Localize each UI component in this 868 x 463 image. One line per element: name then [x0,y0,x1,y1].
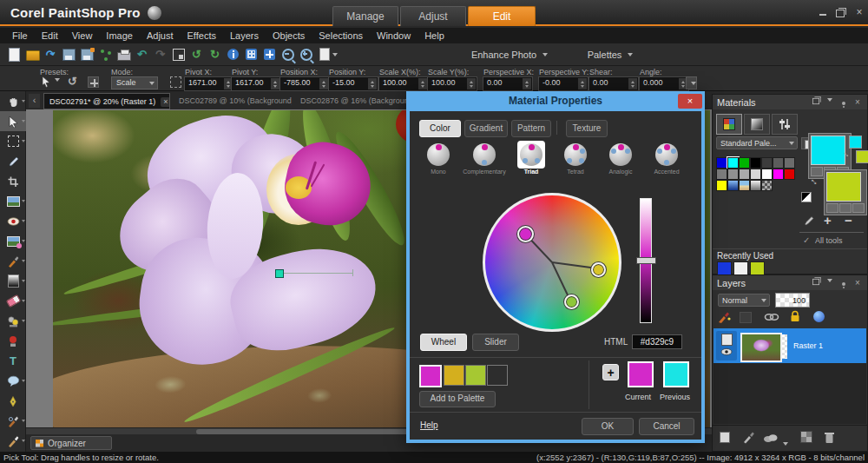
tab-manage[interactable]: Manage [332,6,398,26]
tab-adjust[interactable]: Adjust [400,6,466,26]
brush-tool[interactable] [0,251,26,271]
ok-button[interactable]: OK [582,418,634,435]
swatch[interactable] [727,180,739,191]
layer-grid-icon[interactable] [801,432,812,442]
perspective-y-field[interactable]: -0.00 [538,76,589,91]
layer-thumbnail[interactable] [740,333,782,362]
menu-window[interactable]: Window [370,28,418,43]
dialog-swatch-empty[interactable] [487,365,508,386]
mode-dropdown[interactable]: Scale [111,76,158,89]
all-tools-checkbox[interactable]: ✓ [803,235,810,245]
panel-pin-icon[interactable] [838,277,849,289]
wheel-handle-primary[interactable] [517,226,534,242]
save-as-icon[interactable] [80,47,95,63]
harmony-tetrad[interactable]: Tetrad [553,143,598,175]
crop-tool[interactable] [0,171,26,191]
foreground-color-swatch-small[interactable] [849,136,862,149]
save-icon[interactable] [62,47,76,63]
share-icon[interactable] [98,47,113,63]
swatch[interactable] [739,180,750,191]
layer-row-raster1[interactable]: Raster 1 [713,328,866,363]
scale-y-field[interactable]: 100.00 [427,76,477,91]
menu-edit[interactable]: Edit [35,28,65,43]
swatch[interactable] [750,169,761,180]
red-eye-tool[interactable] [0,211,26,231]
materials-tab-sliders[interactable] [772,114,798,135]
background-properties[interactable] [824,169,867,215]
harmony-triad[interactable]: Triad [509,143,554,175]
wheel-handle-3[interactable] [564,294,579,309]
harmony-mono[interactable]: Mono [416,143,461,175]
clone-tool[interactable] [0,311,26,331]
angle-dropdown[interactable] [686,76,697,89]
bg-texture-button[interactable] [839,203,852,213]
bg-style-button[interactable] [826,203,838,213]
restore-button[interactable] [833,7,847,18]
menu-layers[interactable]: Layers [223,28,266,43]
minimize-button[interactable] [816,7,830,18]
resize-icon[interactable] [171,47,186,63]
pan-tool[interactable] [0,91,26,111]
edit-selection-icon[interactable] [717,311,732,324]
cancel-button[interactable]: Cancel [639,418,694,435]
materials-tab-swatches[interactable] [716,114,742,135]
harmony-complementary[interactable]: Complementary [462,143,507,175]
tab-scroll-left-button[interactable]: ‹ [29,94,40,108]
rotate-left-icon[interactable]: ↺ [189,47,204,63]
oil-brush-tool[interactable] [0,431,26,451]
dialog-swatch-3[interactable] [465,365,486,386]
add-material-button[interactable]: + [602,364,619,380]
dialog-tab-gradient[interactable]: Gradient [464,120,508,137]
link-layers-icon[interactable] [764,312,779,322]
swatch[interactable] [739,157,750,169]
current-color-swatch[interactable] [628,361,654,387]
swatch[interactable] [784,157,795,169]
menu-help[interactable]: Help [418,28,451,43]
menu-selections[interactable]: Selections [312,28,370,43]
menu-effects[interactable]: Effects [181,28,223,43]
swatch[interactable] [716,157,727,169]
dialog-title[interactable]: Material Properties [406,91,705,111]
pen-tool[interactable] [0,391,26,411]
pivot-x-field[interactable]: 1671.00 [184,76,234,91]
html-color-field[interactable]: #d329c9 [632,334,682,349]
document-tab-1[interactable]: DSC02791* @ 20% (Raster 1)× [43,93,170,109]
eyedropper-icon[interactable] [803,215,814,228]
duplicate-icon[interactable] [317,47,339,63]
swatch[interactable] [761,180,773,191]
panel-menu-icon[interactable] [825,277,835,289]
angle-field[interactable]: 0.000 [639,76,689,91]
recent-swatch[interactable] [733,261,748,275]
menu-objects[interactable]: Objects [266,28,312,43]
zoom-out-icon[interactable] [280,47,295,63]
cloud-dropdown-icon[interactable] [783,442,788,448]
menu-image[interactable]: Image [99,28,140,43]
previous-color-swatch[interactable] [663,361,689,387]
bounding-box-icon[interactable] [170,76,181,88]
swatch-selected[interactable] [727,157,739,169]
text-tool[interactable]: T [0,351,26,371]
wheel-view-button[interactable]: Wheel [420,334,467,351]
picture-tube-tool[interactable] [0,331,26,351]
swatch[interactable] [773,169,784,180]
dialog-tab-texture[interactable]: Texture [566,120,608,137]
lock-icon[interactable] [789,310,801,323]
new-icon[interactable] [7,47,22,63]
position-x-field[interactable]: -785.00 [279,76,330,91]
close-button[interactable]: × [852,7,866,18]
enhance-photo-button[interactable]: Enhance Photo [456,47,560,63]
cloud-icon[interactable] [763,433,779,442]
perspective-x-field[interactable]: 0.00 [483,76,533,91]
open-icon[interactable] [25,47,40,63]
swatch[interactable] [716,180,727,191]
scan-icon[interactable]: ↷ [43,47,58,63]
selection-tool[interactable] [0,131,26,151]
panel-close-icon[interactable]: × [852,96,863,109]
document-tab-2[interactable]: DSC02789 @ 10% (Background) [174,93,292,109]
browse-icon[interactable] [244,47,259,63]
document-tab-3[interactable]: DSC02876 @ 16% (Background) [295,93,413,109]
preset-shape-tool[interactable] [0,371,26,391]
swatch[interactable] [750,180,761,191]
panel-menu-icon[interactable] [825,96,835,109]
bg-transparent-button[interactable] [852,203,865,213]
